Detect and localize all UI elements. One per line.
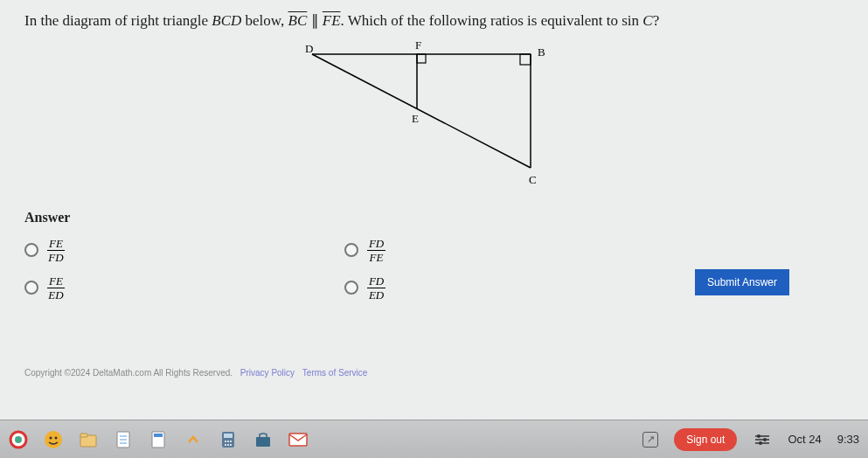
- svg-rect-5: [417, 54, 426, 63]
- option-c[interactable]: FE ED: [24, 275, 65, 301]
- svg-point-33: [763, 438, 767, 441]
- option-label: FE ED: [47, 275, 65, 301]
- app-icon[interactable]: [44, 430, 63, 449]
- svg-rect-28: [289, 434, 307, 446]
- option-a[interactable]: FE FD: [24, 238, 65, 263]
- svg-rect-12: [80, 434, 87, 437]
- settings-icon[interactable]: [753, 430, 772, 449]
- copyright-text: Copyright ©2024 DeltaMath.com All Rights…: [24, 368, 233, 378]
- doc-icon[interactable]: [149, 430, 168, 449]
- radio-icon: [344, 243, 358, 257]
- taskbar: ↗ Sign out Oct 24 9:33: [0, 420, 868, 458]
- svg-point-7: [15, 436, 22, 443]
- option-label: FD ED: [367, 275, 385, 301]
- svg-rect-20: [224, 434, 233, 438]
- svg-point-26: [230, 444, 232, 446]
- mail-icon[interactable]: [288, 430, 308, 449]
- privacy-link[interactable]: Privacy Policy: [240, 368, 295, 378]
- svg-point-10: [55, 436, 58, 439]
- label-F: F: [415, 38, 421, 52]
- svg-point-8: [45, 431, 62, 448]
- browser-icon[interactable]: [9, 430, 28, 449]
- chevron-up-icon[interactable]: [184, 430, 203, 449]
- option-label: FE FD: [47, 238, 65, 263]
- taskbar-time: 9:33: [837, 433, 859, 446]
- svg-rect-4: [520, 54, 531, 65]
- share-icon[interactable]: ↗: [642, 432, 658, 448]
- radio-icon: [24, 243, 38, 257]
- taskbar-date: Oct 24: [788, 433, 821, 446]
- label-B: B: [538, 45, 545, 59]
- calc-icon[interactable]: [219, 430, 238, 449]
- radio-icon: [24, 281, 38, 295]
- footer: Copyright ©2024 DeltaMath.com All Rights…: [24, 368, 367, 378]
- label-E: E: [412, 112, 419, 125]
- label-D: D: [305, 42, 313, 55]
- terms-link[interactable]: Terms of Service: [302, 368, 367, 378]
- files-icon[interactable]: [79, 430, 98, 449]
- svg-point-21: [225, 441, 226, 442]
- svg-point-34: [759, 441, 762, 445]
- svg-point-32: [757, 434, 760, 438]
- signout-button[interactable]: Sign out: [674, 428, 737, 451]
- label-C: C: [529, 173, 537, 186]
- svg-point-9: [50, 436, 52, 439]
- question-text: In the diagram of right triangle BCD bel…: [24, 10, 844, 31]
- option-label: FD FE: [367, 238, 385, 263]
- option-b[interactable]: FD FE: [344, 238, 385, 263]
- option-d[interactable]: FD ED: [344, 275, 385, 301]
- triangle-diagram: D F B E C: [286, 37, 583, 194]
- answer-header: Answer: [24, 210, 844, 226]
- svg-rect-27: [256, 437, 270, 447]
- svg-rect-18: [154, 434, 163, 437]
- svg-point-23: [230, 441, 232, 442]
- store-icon[interactable]: [253, 430, 273, 449]
- svg-point-25: [227, 444, 229, 446]
- radio-icon: [344, 281, 358, 295]
- notes-icon[interactable]: [114, 430, 133, 449]
- svg-line-2: [312, 54, 531, 168]
- svg-point-24: [225, 444, 226, 446]
- submit-button[interactable]: Submit Answer: [695, 269, 789, 295]
- svg-point-22: [227, 441, 229, 442]
